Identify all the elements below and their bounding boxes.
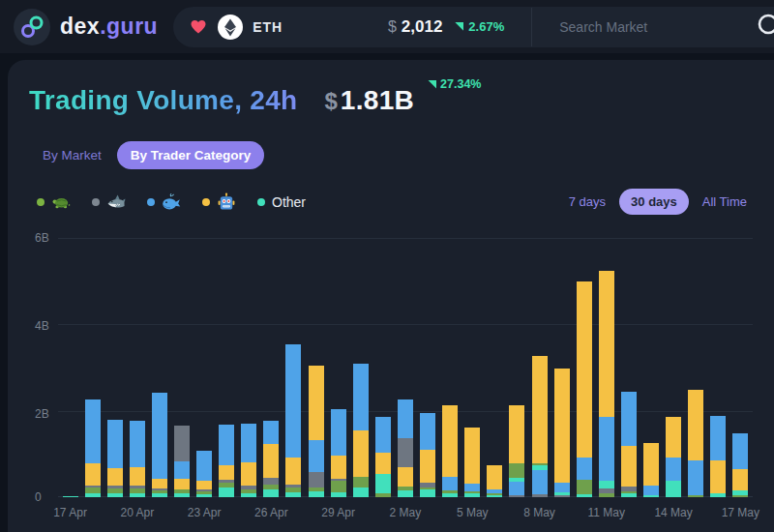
bar-slot[interactable] bbox=[283, 238, 305, 497]
bar-slot[interactable] bbox=[439, 238, 461, 497]
stacked-bar-23-apr[interactable] bbox=[196, 451, 212, 497]
bar-slot[interactable] bbox=[707, 238, 729, 497]
eth-token-icon[interactable] bbox=[218, 15, 243, 40]
x-axis-label: 11 May bbox=[588, 506, 625, 519]
stacked-bar-17-may[interactable] bbox=[732, 433, 748, 497]
brand-wordmark[interactable]: dex.guru bbox=[60, 14, 158, 40]
legend-item-shark[interactable] bbox=[92, 192, 126, 212]
stacked-bar-25-apr[interactable] bbox=[241, 424, 256, 497]
bars-container: 17 Apr20 Apr23 Apr26 Apr29 Apr2 May5 May… bbox=[58, 238, 753, 497]
segment-robot bbox=[375, 453, 391, 474]
segment-other bbox=[285, 492, 301, 497]
bar-slot[interactable] bbox=[685, 238, 707, 497]
range-7-days[interactable]: 7 days bbox=[569, 194, 606, 209]
bar-slot[interactable] bbox=[216, 238, 238, 497]
range-all-time[interactable]: All Time bbox=[702, 194, 747, 209]
bar-slot[interactable]: 11 May bbox=[595, 238, 617, 497]
stacked-bar-17-apr[interactable] bbox=[63, 496, 78, 497]
segment-other bbox=[710, 493, 726, 497]
bar-slot[interactable]: 29 Apr bbox=[327, 238, 349, 497]
dexguru-logo-icon[interactable] bbox=[14, 9, 50, 45]
bar-slot[interactable] bbox=[148, 238, 170, 497]
segment-robot bbox=[219, 465, 234, 481]
bar-slot[interactable]: 2 May bbox=[394, 238, 416, 497]
stacked-bar-15-may[interactable] bbox=[688, 390, 703, 497]
legend-item-other[interactable]: Other bbox=[257, 194, 306, 210]
volume-change-triangle-icon bbox=[428, 80, 436, 89]
segment-whale bbox=[263, 421, 279, 444]
bar-slot[interactable] bbox=[305, 238, 327, 497]
bar-slot[interactable]: 8 May bbox=[528, 238, 551, 497]
bar-slot[interactable]: 5 May bbox=[461, 238, 484, 497]
stacked-bar-24-apr[interactable] bbox=[219, 425, 234, 497]
stacked-bar-20-apr[interactable] bbox=[130, 421, 145, 497]
legend-item-whale[interactable] bbox=[147, 192, 181, 212]
stacked-bar-6-may[interactable] bbox=[487, 465, 502, 497]
stacked-bar-3-may[interactable] bbox=[420, 413, 435, 498]
bar-slot[interactable]: 23 Apr bbox=[194, 238, 216, 497]
bar-slot[interactable] bbox=[417, 238, 439, 497]
other-legend-label: Other bbox=[272, 194, 306, 210]
bar-slot[interactable] bbox=[349, 238, 372, 497]
x-axis-label: 14 May bbox=[654, 506, 692, 519]
legend-item-turtle[interactable] bbox=[37, 192, 71, 212]
range-30-days[interactable]: 30 days bbox=[619, 189, 689, 215]
bar-slot[interactable] bbox=[640, 238, 662, 497]
bar-slot[interactable] bbox=[617, 238, 640, 497]
search-icon[interactable] bbox=[753, 11, 774, 44]
stacked-bar-10-may[interactable] bbox=[577, 281, 592, 497]
bar-slot[interactable] bbox=[484, 238, 506, 497]
segment-other bbox=[331, 492, 346, 497]
stacked-bar-21-apr[interactable] bbox=[152, 393, 167, 497]
bar-slot[interactable] bbox=[372, 238, 394, 497]
bar-slot[interactable] bbox=[506, 238, 528, 497]
stacked-bar-28-apr[interactable] bbox=[309, 366, 324, 497]
bar-slot[interactable] bbox=[170, 238, 193, 497]
segment-shark bbox=[398, 438, 413, 466]
tab-by-trader-category[interactable]: By Trader Category bbox=[117, 141, 265, 169]
stacked-bar-18-apr[interactable] bbox=[85, 399, 101, 497]
stacked-bar-16-may[interactable] bbox=[710, 416, 726, 497]
stacked-bar-2-may[interactable] bbox=[398, 399, 413, 497]
bar-slot[interactable]: 17 Apr bbox=[59, 238, 81, 497]
stacked-bar-5-may[interactable] bbox=[464, 428, 480, 497]
legend-item-robot[interactable] bbox=[202, 192, 236, 212]
segment-shark bbox=[554, 495, 570, 497]
segment-whale bbox=[219, 425, 234, 465]
stacked-bar-27-apr[interactable] bbox=[285, 344, 301, 497]
bar-slot[interactable] bbox=[104, 238, 126, 497]
stacked-bar-11-may[interactable] bbox=[599, 271, 614, 497]
bar-slot[interactable] bbox=[81, 238, 104, 497]
segment-whale bbox=[464, 484, 480, 491]
search-market-input[interactable]: Search Market bbox=[559, 19, 647, 35]
bar-slot[interactable]: 14 May bbox=[663, 238, 685, 497]
stacked-bar-8-may[interactable] bbox=[532, 356, 548, 497]
bar-slot[interactable] bbox=[238, 238, 260, 497]
bar-slot[interactable]: 20 Apr bbox=[126, 238, 148, 497]
segment-other bbox=[85, 493, 101, 497]
x-axis-label: 8 May bbox=[523, 506, 555, 519]
stacked-bar-9-may[interactable] bbox=[554, 369, 570, 497]
tab-by-market[interactable]: By Market bbox=[43, 148, 102, 163]
header-divider bbox=[531, 8, 532, 46]
stacked-bar-1-may[interactable] bbox=[375, 417, 391, 498]
stacked-bar-14-may[interactable] bbox=[666, 417, 681, 497]
bar-slot[interactable]: 17 May bbox=[729, 238, 752, 497]
stacked-bar-29-apr[interactable] bbox=[331, 409, 346, 497]
plot-area: 17 Apr20 Apr23 Apr26 Apr29 Apr2 May5 May… bbox=[58, 238, 753, 497]
segment-turtle bbox=[509, 463, 524, 478]
bar-slot[interactable]: 26 Apr bbox=[260, 238, 283, 497]
stacked-bar-13-may[interactable] bbox=[643, 443, 659, 497]
bar-slot[interactable] bbox=[551, 238, 573, 497]
stacked-bar-7-may[interactable] bbox=[509, 405, 524, 497]
market-search-bar[interactable]: ETH $2,012 2.67% Search Market bbox=[173, 7, 774, 47]
stacked-bar-4-may[interactable] bbox=[442, 405, 458, 497]
stacked-bar-30-apr[interactable] bbox=[353, 364, 369, 497]
stacked-bar-22-apr[interactable] bbox=[174, 426, 190, 497]
stacked-bar-12-may[interactable] bbox=[621, 392, 637, 497]
bar-slot[interactable] bbox=[573, 238, 595, 497]
favorite-heart-icon[interactable] bbox=[189, 17, 208, 37]
stacked-bar-26-apr[interactable] bbox=[263, 421, 279, 497]
x-axis-label: 23 Apr bbox=[188, 506, 222, 519]
stacked-bar-19-apr[interactable] bbox=[107, 420, 123, 497]
